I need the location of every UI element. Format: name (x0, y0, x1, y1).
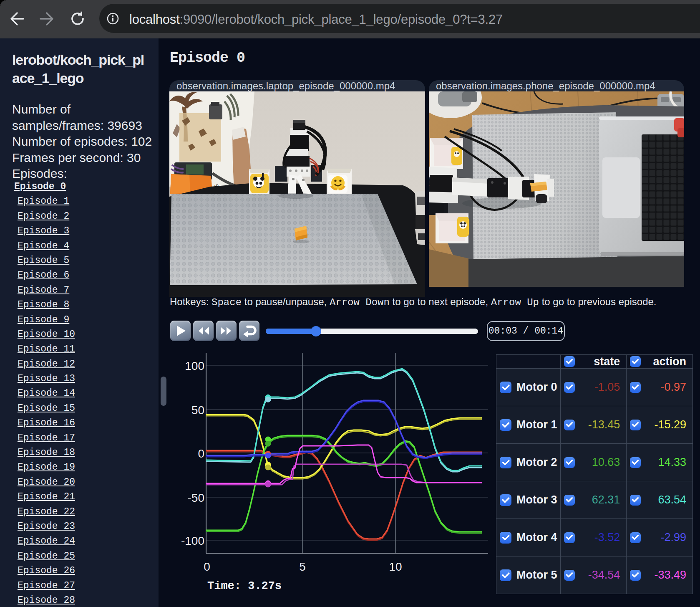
svg-text:5: 5 (299, 560, 306, 573)
svg-text:-50: -50 (188, 491, 204, 504)
svg-text:100: 100 (185, 359, 204, 372)
svg-text:-100: -100 (181, 534, 204, 547)
svg-text:0: 0 (204, 560, 210, 573)
svg-text:10: 10 (389, 560, 402, 573)
svg-text:Time: 3.27s: Time: 3.27s (207, 580, 282, 592)
svg-text:0: 0 (198, 447, 204, 460)
svg-text:50: 50 (191, 404, 204, 417)
